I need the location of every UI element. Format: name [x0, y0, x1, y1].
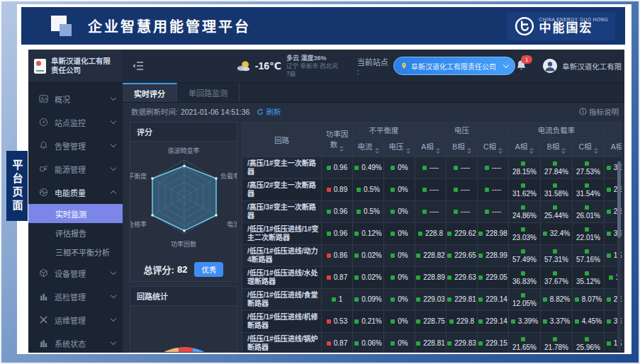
status-dot-green — [447, 232, 451, 236]
table-row[interactable]: /低压/1#低压进线/机修断路器0.530.21%0%228.75229.822… — [242, 311, 622, 333]
sidebar-item-label: 系统状态 — [55, 338, 111, 349]
overview-icon — [38, 94, 48, 104]
table-sub-header-3[interactable]: B相 — [447, 138, 478, 157]
sidebar-item-3[interactable]: 能源管理 — [28, 157, 123, 181]
table-row[interactable]: /低压/1#低压进线/食堂断路器10.09%0%229.03229.81229.… — [242, 289, 622, 311]
table-cell: 0.53 — [322, 311, 353, 333]
cell-value: 228.81 — [423, 339, 445, 347]
status-dot-green — [511, 319, 515, 324]
sort-icon[interactable] — [436, 148, 440, 154]
sidebar-item-1[interactable]: 站点监控 — [28, 110, 123, 134]
sidebar-subitem-4-1[interactable]: 评估报告 — [28, 223, 123, 242]
table-cell: 229.14 — [478, 311, 509, 333]
table-cell: 0.5% — [353, 201, 384, 223]
table-row[interactable]: /高压/2#变主一次断路器0.890.5%0%------------31.62… — [242, 179, 622, 201]
platform-title: 企业智慧用能管理平台 — [88, 16, 251, 36]
table-sub-header-5[interactable]: A相 — [509, 138, 541, 157]
user-menu[interactable]: 阜新汉道化工有限责任公司 — [543, 59, 622, 73]
table-cell: 229.83 — [447, 333, 478, 353]
table-cell: 0% — [384, 179, 415, 201]
table-sub-header-7[interactable]: C相 — [573, 138, 605, 157]
table-sub-header-8[interactable]: A相 — [605, 138, 622, 157]
status-dot-green — [422, 188, 427, 192]
status-dot-green — [521, 205, 525, 210]
status-dot-green — [553, 271, 557, 275]
table-cell: 0.02% — [353, 267, 384, 289]
sort-icon[interactable] — [375, 148, 379, 154]
donut-ring — [140, 347, 228, 352]
table-row[interactable]: /低压/1#低压进线/锅炉断路器0.870.06%0%228.81229.832… — [242, 333, 622, 353]
station-value: 阜新汉道化工有限责任公司 — [411, 61, 504, 72]
table-cell: 229.63 — [447, 267, 478, 289]
cell-value: 35.12% — [576, 278, 600, 285]
status-dot-green — [391, 319, 395, 324]
circuit-table-wrap: 回路功率因数不平衡度电压电流负载率电流电压A相B相C相A相B相C相A相 /高压/… — [242, 122, 622, 353]
tab-1[interactable]: 单回路监测 — [177, 83, 240, 102]
table-cell: 3.39% — [509, 311, 541, 333]
collapse-sidebar-icon[interactable] — [132, 61, 145, 71]
table-sub-header-0[interactable]: 电流 — [353, 138, 384, 157]
table-row[interactable]: /高压/3#变主一次断路器0.960.5%0%------------24.86… — [242, 201, 622, 223]
avatar — [543, 59, 557, 73]
cell-value: 0% — [398, 207, 408, 215]
status-dot-green — [607, 210, 611, 214]
sidebar-item-7[interactable]: 运维管理 — [28, 308, 123, 331]
cell-value: 228.89 — [423, 273, 445, 281]
table-sub-header-1[interactable]: 电压 — [384, 138, 415, 157]
table-cell: 0.96 — [322, 201, 353, 223]
sidebar-item-5[interactable]: 设备管理 — [28, 261, 123, 285]
refresh-button[interactable]: 刷新 — [257, 106, 281, 117]
column-group-label: 不平衡度 — [369, 126, 399, 135]
status-dot-green — [391, 210, 395, 214]
column-label: C相 — [483, 142, 496, 151]
sort-icon[interactable] — [594, 148, 598, 154]
brand-name: 中能国宏 — [539, 22, 608, 35]
table-row[interactable]: /低压/1#低压进线/1#变主二次断路器0.960.12%0%228.8229.… — [242, 223, 622, 245]
sidebar-item-4[interactable]: 电能质量 — [28, 181, 123, 204]
table-sub-header-6[interactable]: B相 — [541, 138, 573, 157]
sort-icon[interactable] — [467, 148, 471, 154]
sidebar-item-8[interactable]: 系统状态 — [28, 331, 123, 353]
status-dot-green — [357, 210, 361, 214]
table-group-header-1[interactable]: 功率因数 — [322, 123, 353, 157]
table-cell: 229.15 — [478, 333, 509, 353]
table-cell: 0.87 — [322, 267, 353, 289]
metric-info-link[interactable]: 指标说明 — [579, 106, 619, 117]
sort-icon[interactable] — [406, 148, 410, 154]
status-dot-green — [416, 297, 420, 302]
table-cell: ---- — [478, 157, 509, 179]
circuit-panel-title: 回路统计 — [130, 287, 237, 306]
table-cell: 8.07% — [573, 289, 605, 311]
sidebar-item-6[interactable]: 巡检管理 — [28, 285, 123, 308]
cell-value: 0.89 — [334, 186, 347, 193]
status-dot-green — [521, 293, 525, 297]
sort-icon[interactable] — [561, 148, 566, 154]
notifications-button[interactable]: 1 — [515, 59, 527, 72]
status-dot-green — [521, 271, 525, 275]
cell-value: 0.96 — [334, 207, 347, 215]
table-row[interactable]: /低压/1#低压进线/水处理断路器0.870.02%0%228.89229.63… — [242, 267, 622, 289]
sidebar-item-0[interactable]: 概况 — [28, 87, 123, 110]
table-row[interactable]: /高压/1#变主一次断路器0.960.49%0%------------28.1… — [242, 157, 622, 179]
sidebar-item-2[interactable]: 告警管理 — [28, 134, 123, 157]
table-cell: 0% — [384, 157, 415, 179]
table-sub-header-2[interactable]: A相 — [415, 138, 447, 157]
station-dropdown[interactable]: 阜新汉道化工有限责任公司 — [393, 57, 515, 75]
table-cell: 32.4% — [541, 223, 573, 245]
table-sub-header-4[interactable]: C相 — [478, 138, 509, 157]
cell-value: 3.39% — [518, 317, 538, 325]
sidebar-company: 阜新汉道化工有限责任公司 — [28, 50, 123, 83]
circuit-donut-chart — [130, 306, 237, 352]
sort-icon[interactable] — [529, 148, 534, 154]
tab-0[interactable]: 实时评分 — [123, 83, 177, 102]
cell-value: 229.65 — [454, 251, 476, 259]
temperature: -16℃ — [255, 60, 281, 72]
sidebar-subitem-4-2[interactable]: 三相不平衡分析 — [28, 242, 123, 261]
table-scrollbar[interactable] — [617, 160, 621, 351]
sort-icon[interactable] — [498, 148, 503, 154]
sidebar-subitem-4-0[interactable]: 实时监测 — [28, 204, 123, 223]
sidebar-item-label: 设备管理 — [55, 268, 111, 279]
sort-icon[interactable] — [339, 146, 344, 152]
table-row[interactable]: /低压/1#低压进线/动力4断路器0.860.02%0%228.82229.65… — [242, 245, 622, 267]
maintenance-icon — [38, 315, 48, 325]
